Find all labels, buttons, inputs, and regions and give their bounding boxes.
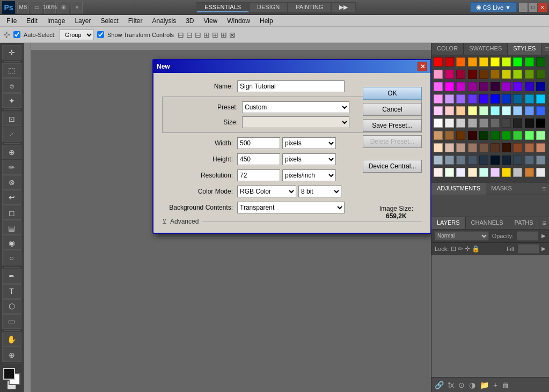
swatch-60[interactable] <box>434 131 443 140</box>
advanced-label[interactable]: Advanced <box>170 218 199 225</box>
swatch-14[interactable] <box>479 70 488 79</box>
swatch-61[interactable] <box>445 131 454 140</box>
swatch-99[interactable] <box>536 168 545 177</box>
new-layer-icon[interactable]: + <box>493 381 497 389</box>
menu-image[interactable]: Image <box>43 16 69 26</box>
menu-select[interactable]: Select <box>96 16 122 26</box>
align-mid-icon[interactable]: ⊞ <box>211 31 219 39</box>
swatch-36[interactable] <box>502 94 511 103</box>
swatch-54[interactable] <box>479 119 488 128</box>
swatch-30[interactable] <box>434 94 443 103</box>
tool-pen[interactable]: ✒ <box>2 269 21 283</box>
opacity-input[interactable] <box>517 231 538 241</box>
tool-blur[interactable]: ◉ <box>2 235 21 250</box>
preset-select[interactable]: Custom Default Photoshop Size U.S. Paper… <box>242 101 349 113</box>
menu-filter[interactable]: Filter <box>124 16 147 26</box>
link-icon[interactable]: 🔗 <box>435 381 444 389</box>
tool-stamp[interactable]: ⊗ <box>2 175 21 190</box>
swatch-52[interactable] <box>456 119 465 128</box>
swatch-48[interactable] <box>525 106 534 115</box>
swatch-8[interactable] <box>525 57 534 66</box>
swatch-84[interactable] <box>479 156 488 165</box>
resolution-input[interactable] <box>237 169 280 181</box>
transform-checkbox[interactable] <box>97 31 104 38</box>
ok-button[interactable]: OK <box>363 87 422 100</box>
swatch-71[interactable] <box>445 143 454 152</box>
swatch-86[interactable] <box>502 156 511 165</box>
width-input[interactable] <box>237 137 280 149</box>
tool-hand[interactable]: ✋ <box>2 332 21 347</box>
menu-window[interactable]: Window <box>223 16 254 26</box>
swatch-88[interactable] <box>525 156 534 165</box>
swatch-63[interactable] <box>468 131 477 140</box>
swatch-59[interactable] <box>536 119 545 128</box>
top-icon-3[interactable]: ⊞ <box>57 2 69 13</box>
swatch-19[interactable] <box>536 70 545 79</box>
opacity-arrow[interactable]: ▶ <box>541 233 546 239</box>
swatch-47[interactable] <box>513 106 522 115</box>
swatch-90[interactable] <box>434 168 443 177</box>
tool-eraser[interactable]: ◻ <box>2 205 21 220</box>
name-input[interactable] <box>237 80 345 92</box>
menu-edit[interactable]: Edit <box>22 16 42 26</box>
tab-swatches[interactable]: SWATCHES <box>464 43 508 55</box>
swatch-82[interactable] <box>456 156 465 165</box>
swatch-32[interactable] <box>456 94 465 103</box>
menu-analysis[interactable]: Analysis <box>148 16 180 26</box>
distribute-icon[interactable]: ⊠ <box>229 31 236 39</box>
swatch-58[interactable] <box>525 119 534 128</box>
swatch-57[interactable] <box>513 119 522 128</box>
advanced-arrow[interactable]: ⊻ <box>162 218 167 225</box>
tab-adjustments[interactable]: ADJUSTMENTS <box>431 183 486 195</box>
swatch-35[interactable] <box>491 94 500 103</box>
swatch-80[interactable] <box>434 156 443 165</box>
tool-type[interactable]: T <box>2 284 21 299</box>
swatch-75[interactable] <box>491 143 500 152</box>
swatch-51[interactable] <box>445 119 454 128</box>
swatch-38[interactable] <box>525 94 534 103</box>
layers-menu-icon[interactable]: ≡ <box>539 217 549 229</box>
tool-lasso[interactable]: ⌾ <box>2 78 21 93</box>
fill-arrow[interactable]: ▶ <box>541 246 546 252</box>
adjustments-icon[interactable]: ◑ <box>469 381 475 389</box>
swatch-94[interactable] <box>479 168 488 177</box>
tool-gradient[interactable]: ▤ <box>2 220 21 235</box>
tab-styles[interactable]: STYLES <box>508 43 541 55</box>
swatch-66[interactable] <box>502 131 511 140</box>
tool-spot-heal[interactable]: ⊕ <box>2 145 21 159</box>
height-unit-select[interactable]: pixels inches cm mm <box>282 153 336 165</box>
tool-wand[interactable]: ✦ <box>2 93 21 108</box>
cs-live-button[interactable]: ◉ CS Live ▼ <box>470 2 517 12</box>
top-icon-1[interactable]: MB <box>17 2 29 13</box>
swatch-69[interactable] <box>536 131 545 140</box>
menu-3d[interactable]: 3D <box>181 16 198 26</box>
swatch-79[interactable] <box>536 143 545 152</box>
lock-image-icon[interactable]: ✏ <box>458 245 463 253</box>
swatch-70[interactable] <box>434 143 443 152</box>
swatch-50[interactable] <box>434 119 443 128</box>
tab-layers[interactable]: LAYERS <box>431 217 466 229</box>
swatch-97[interactable] <box>513 168 522 177</box>
align-right-icon[interactable]: ⊟ <box>194 31 202 39</box>
swatch-5[interactable] <box>491 57 500 66</box>
swatch-76[interactable] <box>502 143 511 152</box>
swatch-6[interactable] <box>502 57 511 66</box>
tool-selection[interactable]: ⬚ <box>2 63 21 78</box>
workspace-design[interactable]: DESIGN <box>249 2 288 12</box>
minimize-button[interactable]: _ <box>519 3 528 12</box>
swatch-29[interactable] <box>536 82 545 91</box>
swatch-92[interactable] <box>456 168 465 177</box>
swatch-16[interactable] <box>502 70 511 79</box>
swatch-72[interactable] <box>456 143 465 152</box>
swatch-24[interactable] <box>479 82 488 91</box>
swatch-26[interactable] <box>502 82 511 91</box>
swatch-77[interactable] <box>513 143 522 152</box>
swatch-27[interactable] <box>513 82 522 91</box>
top-icon-4[interactable]: ▿ <box>71 2 83 13</box>
swatch-42[interactable] <box>456 106 465 115</box>
workspace-essentials[interactable]: ESSENTIALS <box>196 2 249 12</box>
autoselect-select[interactable]: Group Layer <box>59 29 94 40</box>
tool-zoom[interactable]: ⊕ <box>2 347 21 362</box>
swatch-23[interactable] <box>468 82 477 91</box>
resolution-unit-select[interactable]: pixels/inch pixels/cm <box>282 169 336 181</box>
